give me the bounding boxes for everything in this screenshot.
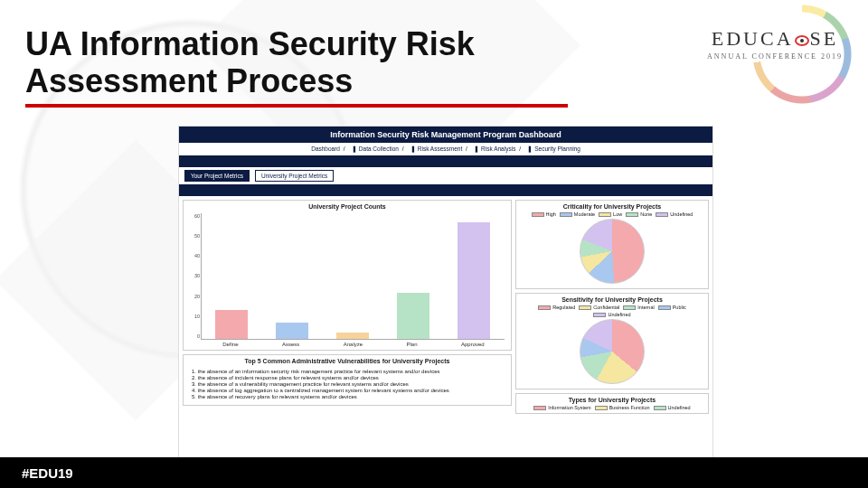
list-item: the absence of an information security r… (192, 369, 503, 374)
tab-your-metrics[interactable]: Your Project Metrics (184, 170, 250, 182)
list-item: the absence of log aggregation to a cent… (192, 388, 503, 393)
chart-project-counts: University Project Counts 60 50 40 30 20… (183, 200, 512, 351)
slide-title: UA Information Security Risk Assessment … (25, 25, 568, 108)
list-item: the absence of a vulnerability managemen… (192, 381, 503, 387)
chart-sensitivity: Sensitivity for University Projects Regu… (515, 293, 709, 389)
tab-university-metrics[interactable]: University Project Metrics (255, 170, 334, 182)
dashboard-header: Information Security Risk Management Pro… (179, 127, 712, 143)
chart-criticality: Criticality for University Projects High… (515, 200, 709, 289)
list-item: the absence of incident response plans f… (192, 375, 503, 380)
chart-types: Types for University Projects Informatio… (515, 393, 709, 414)
dashboard-screenshot: Information Security Risk Management Pro… (179, 127, 712, 459)
vuln-card: Top 5 Common Administrative Vulnerabilit… (183, 354, 512, 406)
list-item: the absence of recovery plans for releva… (192, 394, 503, 399)
slide-footer: #EDU19 (0, 457, 868, 488)
breadcrumb[interactable]: Dashboard / ❚ Data Collection / ❚ Risk A… (179, 143, 712, 155)
educause-logo: EDUCASE ANNUAL CONFERENCE 2019 (707, 27, 843, 61)
